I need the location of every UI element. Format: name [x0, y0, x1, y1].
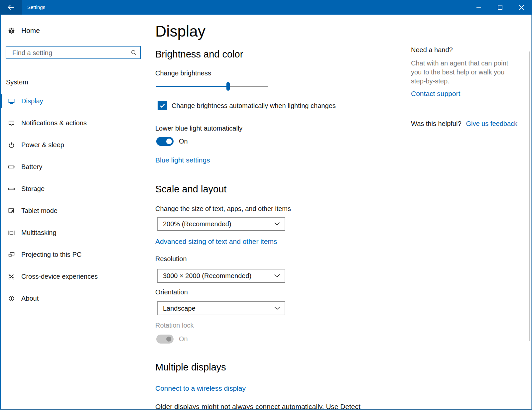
scaling-value: 200% (Recommended) — [163, 220, 231, 228]
detect-note: Older displays might not always connect … — [155, 402, 381, 410]
maximize-icon — [498, 5, 502, 10]
power-icon — [8, 142, 15, 149]
sidebar-item-label: Battery — [21, 163, 42, 171]
rotation-lock-state: On — [179, 335, 188, 343]
advanced-sizing-link[interactable]: Advanced sizing of text and other items — [155, 237, 277, 246]
sidebar-item-cross-device[interactable]: Cross-device experiences — [0, 270, 146, 283]
close-icon — [519, 5, 524, 10]
sidebar-item-home[interactable]: Home — [8, 27, 40, 35]
rotation-lock-label: Rotation lock — [155, 321, 194, 330]
size-label: Change the size of text, apps, and other… — [155, 204, 291, 213]
chevron-down-icon — [274, 222, 280, 226]
help-title: Need a hand? — [411, 46, 453, 54]
window-controls — [468, 0, 532, 15]
orientation-value: Landscape — [163, 305, 196, 312]
blue-light-toggle[interactable] — [156, 137, 174, 146]
window-brackets-icon — [8, 229, 15, 236]
auto-brightness-checkbox-row[interactable]: Change brightness automatically when lig… — [158, 101, 336, 110]
section-title-scale: Scale and layout — [155, 184, 226, 195]
brightness-slider-thumb[interactable] — [226, 82, 230, 91]
give-feedback-link[interactable]: Give us feedback — [466, 120, 518, 128]
blue-light-toggle-row: On — [156, 137, 188, 146]
connected-nodes-icon — [8, 273, 15, 280]
sidebar-item-label: Projecting to this PC — [21, 251, 81, 258]
chevron-down-icon — [274, 307, 280, 310]
sidebar-item-power-sleep[interactable]: Power & sleep — [0, 138, 146, 152]
change-brightness-label: Change brightness — [155, 69, 211, 77]
feedback-row: Was this helpful? Give us feedback — [411, 120, 517, 128]
window-title: Settings — [27, 0, 45, 15]
sidebar-item-display[interactable]: Display — [0, 94, 146, 108]
auto-brightness-checkbox[interactable] — [158, 101, 167, 110]
sidebar-item-label: Display — [21, 97, 43, 105]
drive-icon — [8, 185, 15, 192]
vertical-scrollbar[interactable] — [529, 51, 530, 341]
search-box[interactable] — [6, 46, 141, 59]
sidebar-item-battery[interactable]: Battery — [0, 160, 146, 173]
contact-support-link[interactable]: Contact support — [411, 89, 460, 98]
rotation-lock-toggle — [156, 335, 174, 344]
resolution-label: Resolution — [155, 255, 187, 263]
sidebar-nav: Display Notifications & actions Power & … — [0, 94, 146, 314]
blue-light-state: On — [179, 138, 188, 145]
blue-light-settings-link[interactable]: Blue light settings — [155, 155, 210, 164]
rotation-lock-toggle-row: On — [156, 335, 188, 344]
back-arrow-icon — [7, 4, 15, 11]
resolution-value: 3000 × 2000 (Recommended) — [163, 272, 251, 280]
sidebar-item-projecting[interactable]: Projecting to this PC — [0, 248, 146, 261]
home-label: Home — [21, 27, 40, 35]
orientation-dropdown[interactable]: Landscape — [157, 301, 285, 315]
wireless-display-link[interactable]: Connect to a wireless display — [155, 384, 246, 393]
sidebar-item-label: Multitasking — [21, 229, 57, 237]
orientation-label: Orientation — [155, 288, 188, 296]
maximize-button[interactable] — [489, 0, 511, 15]
project-screens-icon — [8, 251, 15, 258]
info-icon — [8, 295, 15, 302]
minimize-icon — [476, 7, 481, 8]
text-caret — [11, 49, 11, 56]
sidebar-item-label: Tablet mode — [21, 207, 58, 215]
checkmark-icon — [160, 103, 165, 108]
sidebar-item-label: About — [21, 295, 39, 302]
search-input[interactable] — [12, 48, 129, 58]
sidebar-item-multitasking[interactable]: Multitasking — [0, 226, 146, 239]
sidebar-item-storage[interactable]: Storage — [0, 182, 146, 195]
sidebar-item-label: Power & sleep — [21, 141, 64, 149]
tablet-touch-icon — [8, 207, 15, 214]
sidebar-item-label: Notifications & actions — [21, 119, 87, 127]
back-button[interactable] — [0, 0, 22, 15]
brightness-slider[interactable] — [156, 82, 268, 91]
helpful-question: Was this helpful? — [411, 120, 462, 128]
page-title: Display — [155, 23, 205, 40]
toggle-knob — [166, 139, 172, 144]
minimize-button[interactable] — [468, 0, 489, 15]
close-button[interactable] — [511, 0, 532, 15]
resolution-dropdown[interactable]: 3000 × 2000 (Recommended) — [157, 269, 285, 283]
gear-icon — [8, 27, 15, 34]
titlebar: Settings — [0, 0, 532, 15]
sidebar-item-label: Cross-device experiences — [21, 273, 98, 280]
sidebar-item-tablet-mode[interactable]: Tablet mode — [0, 204, 146, 217]
sidebar-section-system: System — [6, 78, 28, 86]
chevron-down-icon — [274, 274, 280, 277]
search-icon[interactable] — [131, 50, 137, 55]
sidebar-item-notifications[interactable]: Notifications & actions — [0, 116, 146, 130]
toggle-knob — [166, 337, 171, 342]
scaling-dropdown[interactable]: 200% (Recommended) — [157, 217, 285, 231]
speech-bubble-icon — [8, 120, 15, 127]
section-title-brightness: Brightness and color — [155, 49, 243, 60]
sidebar-item-label: Storage — [21, 185, 45, 193]
monitor-icon — [8, 98, 15, 105]
sidebar-item-about[interactable]: About — [0, 292, 146, 305]
auto-brightness-label: Change brightness automatically when lig… — [172, 102, 336, 110]
section-title-multiple-displays: Multiple displays — [155, 362, 226, 373]
brightness-slider-fill — [156, 86, 228, 87]
battery-icon — [8, 163, 15, 170]
help-body: Chat with an agent that can point you to… — [411, 59, 513, 86]
blue-light-label: Lower blue light automatically — [155, 124, 242, 133]
